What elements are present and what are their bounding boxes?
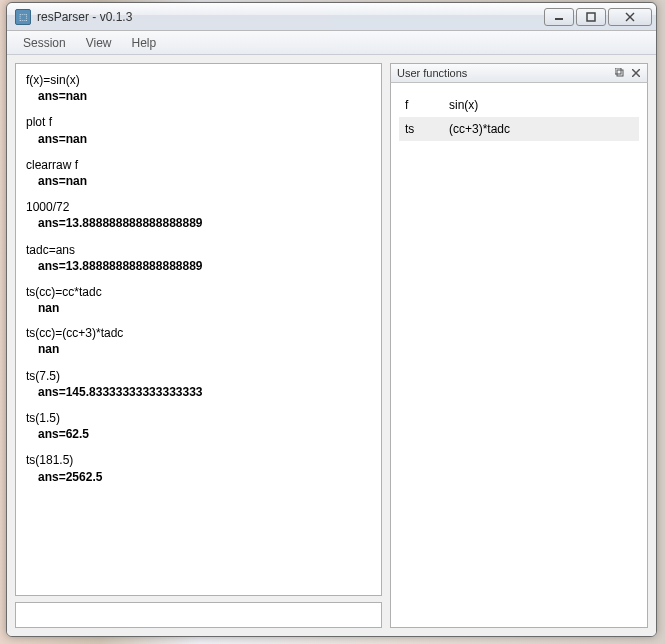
left-column: f(x)=sin(x)ans=nanplot fans=nanclearraw … <box>15 63 382 628</box>
console-command: ts(7.5) <box>26 368 371 384</box>
console-answer: nan <box>26 300 371 316</box>
console-entry: plot fans=nan <box>26 114 371 146</box>
console-answer: ans=62.5 <box>26 426 371 442</box>
console-command: ts(1.5) <box>26 410 371 426</box>
console-command: ts(cc)=(cc+3)*tadc <box>26 325 371 341</box>
close-icon <box>625 12 635 22</box>
console-answer: ans=nan <box>26 173 371 189</box>
function-row[interactable]: ts(cc+3)*tadc <box>399 117 639 141</box>
command-input[interactable] <box>16 603 381 627</box>
console-answer: ans=145.83333333333333333 <box>26 384 371 400</box>
panel-title: User functions <box>397 67 611 79</box>
undock-icon <box>615 68 625 78</box>
user-functions-list: fsin(x)ts(cc+3)*tadc <box>390 83 648 628</box>
console-command: tadc=ans <box>26 242 371 258</box>
menu-view[interactable]: View <box>76 33 122 53</box>
function-name: f <box>405 98 449 112</box>
function-name: ts <box>405 122 449 136</box>
svg-rect-5 <box>615 68 621 74</box>
console-answer: ans=13.888888888888888889 <box>26 215 371 231</box>
menu-help[interactable]: Help <box>122 33 167 53</box>
console-entry: ts(7.5)ans=145.83333333333333333 <box>26 368 371 400</box>
panel-header[interactable]: User functions <box>390 63 648 83</box>
console-answer: ans=nan <box>26 131 371 147</box>
client-area: f(x)=sin(x)ans=nanplot fans=nanclearraw … <box>7 55 656 636</box>
console-answer: ans=2562.5 <box>26 469 371 485</box>
console-output[interactable]: f(x)=sin(x)ans=nanplot fans=nanclearraw … <box>15 63 382 596</box>
console-entry: ts(cc)=cc*tadcnan <box>26 284 371 316</box>
console-answer: ans=13.888888888888888889 <box>26 258 371 274</box>
app-icon: ⬚ <box>15 9 31 25</box>
function-row[interactable]: fsin(x) <box>399 93 639 117</box>
right-column: User functions fsin(x)ts(cc+3)*tadc <box>390 63 648 628</box>
console-command: plot f <box>26 114 371 130</box>
menubar: Session View Help <box>7 31 656 55</box>
maximize-button[interactable] <box>576 8 606 26</box>
console-entry: 1000/72ans=13.888888888888888889 <box>26 199 371 231</box>
window-title: resParser - v0.1.3 <box>37 10 542 24</box>
window-controls <box>542 8 652 26</box>
panel-close-button[interactable] <box>629 66 643 80</box>
menu-session[interactable]: Session <box>13 33 76 53</box>
console-answer: nan <box>26 341 371 357</box>
app-window: ⬚ resParser - v0.1.3 Session View Help f… <box>6 2 657 637</box>
console-entry: ts(1.5)ans=62.5 <box>26 410 371 442</box>
console-command: ts(cc)=cc*tadc <box>26 284 371 300</box>
titlebar[interactable]: ⬚ resParser - v0.1.3 <box>7 3 656 31</box>
minimize-button[interactable] <box>544 8 574 26</box>
close-button[interactable] <box>608 8 652 26</box>
console-entry: f(x)=sin(x)ans=nan <box>26 72 371 104</box>
close-icon <box>632 69 640 77</box>
input-row <box>15 602 382 628</box>
console-entry: clearraw fans=nan <box>26 157 371 189</box>
console-entry: tadc=ansans=13.888888888888888889 <box>26 242 371 274</box>
svg-rect-4 <box>617 70 623 76</box>
svg-rect-1 <box>587 13 595 21</box>
function-definition: (cc+3)*tadc <box>449 122 633 136</box>
console-command: clearraw f <box>26 157 371 173</box>
maximize-icon <box>586 12 596 22</box>
minimize-icon <box>554 12 564 22</box>
console-entry: ts(cc)=(cc+3)*tadcnan <box>26 325 371 357</box>
console-command: 1000/72 <box>26 199 371 215</box>
console-answer: ans=nan <box>26 88 371 104</box>
undock-button[interactable] <box>613 66 627 80</box>
console-entry: ts(181.5)ans=2562.5 <box>26 452 371 484</box>
function-definition: sin(x) <box>449 98 633 112</box>
console-command: f(x)=sin(x) <box>26 72 371 88</box>
console-command: ts(181.5) <box>26 452 371 468</box>
